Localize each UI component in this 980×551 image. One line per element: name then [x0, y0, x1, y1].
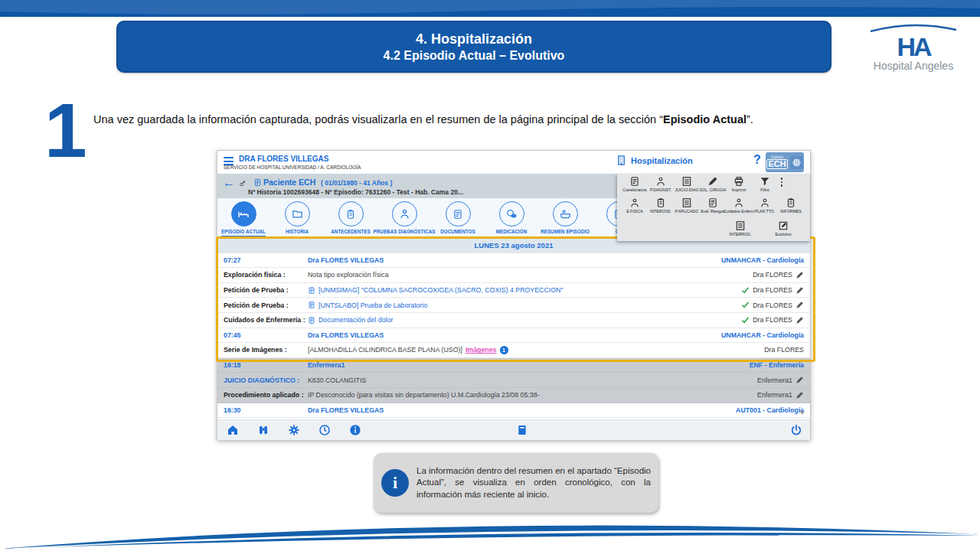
action-paplicado[interactable]: P.APLICADO — [674, 197, 700, 214]
signed-check-icon — [741, 301, 750, 309]
document-icon — [308, 286, 315, 295]
action-intercns[interactable]: INTERCNS. — [648, 197, 674, 214]
tab-pruebas-diagnosticas[interactable]: PRUEBAS DIAGNÓSTICAS — [375, 201, 433, 234]
action-cuestionarios[interactable]: Cuestionarios — [622, 176, 648, 192]
questionnaire-doc-icon — [629, 176, 640, 187]
instruction-text-before: Una vez guardada la información capturad… — [93, 113, 663, 126]
entry-by: Dra FLORES — [753, 316, 792, 324]
episodio-actual-icon — [237, 208, 250, 220]
actions-overlay-panel: Cuestionarios P.DIAGNST. JUICIO DIAG SOL… — [617, 174, 810, 241]
test-request-link[interactable]: [UNMSIMAG] "COLUMNA SACROCOXIGEA (SACRO,… — [318, 286, 564, 294]
power-icon[interactable] — [790, 424, 802, 436]
documentos-icon — [452, 209, 463, 220]
step-number: 1 — [44, 98, 87, 163]
instruction-text-after: ”. — [746, 113, 753, 126]
edit-pencil-icon[interactable] — [795, 286, 804, 295]
entry-author: Dra FLORES VILLEGAS — [308, 331, 721, 339]
settings-gear-icon[interactable] — [288, 424, 300, 436]
patient-name[interactable]: Paciente ECH — [263, 178, 315, 187]
action-evolutivo[interactable]: Evolutivo — [770, 220, 796, 236]
tab-documentos[interactable]: DOCUMENTOS — [429, 201, 487, 234]
action-informes[interactable]: INFORMES — [778, 197, 804, 214]
reports-icon — [786, 197, 796, 208]
tab-medicacion[interactable]: MEDICACIÓN — [482, 201, 541, 234]
module-title-group: Hospitalización — [616, 155, 693, 166]
entry-row-cuidados: Cuidados de Enfermería : Documentación d… — [217, 313, 810, 328]
male-gender-icon: ♂ — [238, 177, 247, 190]
entry-row-peticion-lab: Petición de Prueba : [UNTSLABO] Prueba d… — [217, 298, 810, 313]
more-options-icon[interactable] — [778, 176, 786, 187]
applied-procedure-icon — [681, 197, 692, 208]
document-icon — [308, 316, 315, 324]
app-toolbar — [217, 419, 810, 440]
document-icon — [308, 301, 315, 309]
edit-pencil-icon[interactable] — [795, 376, 804, 384]
home-icon[interactable] — [227, 424, 239, 436]
hospital-building-icon — [616, 155, 627, 166]
scroll-down-indicator[interactable]: ▼ — [799, 409, 805, 416]
signed-check-icon — [741, 286, 750, 295]
entry-by: Dra FLORES — [753, 271, 792, 279]
tab-episodio-actual[interactable]: EPISODIO ACTUAL — [214, 201, 273, 237]
edit-pencil-icon[interactable] — [795, 301, 804, 309]
action-sol-cirugia[interactable]: SOL. CIRUGIA — [700, 176, 726, 192]
edit-pencil-icon[interactable] — [795, 391, 804, 399]
entry-row-serie-imagenes: Serie de Imágenes : [ALMOHADILLA CILINDR… — [217, 343, 810, 358]
resumen-icon — [560, 208, 571, 220]
action-plan-tto[interactable]: PLAN TTO. — [752, 197, 778, 214]
archive-icon[interactable] — [516, 424, 528, 436]
patient-age: ( 01/01/1980 - 41 Años ) — [321, 179, 392, 187]
entry-by: Enfermera1 — [757, 391, 792, 399]
action-filtro[interactable]: Filtro — [752, 176, 778, 192]
action-efisica[interactable]: E.FISICA — [622, 197, 648, 214]
back-arrow-button[interactable]: ← — [223, 176, 235, 190]
printer-icon — [733, 176, 744, 187]
nursing-doc-link[interactable]: Documentación del dolor — [318, 316, 393, 324]
edit-pencil-icon[interactable] — [795, 316, 804, 324]
entry-group-row: 07:27 Dra FLORES VILLEGAS UNMAHCAR - Car… — [217, 253, 810, 269]
instruction-text-bold: Episodio Actual — [663, 113, 746, 126]
action-eval-riesgos[interactable]: Eval. Riesgos — [700, 197, 726, 214]
nursing-care-icon — [733, 197, 744, 208]
tab-antecedentes[interactable]: ANTECEDENTES — [322, 201, 380, 234]
entry-unit: ENF - Enfermería — [750, 361, 804, 369]
action-interrog[interactable]: INTERROG. — [727, 220, 753, 236]
action-cuidados-enferm[interactable]: Cuidados Enferm — [726, 197, 752, 214]
ech-logo[interactable]: ComúnECH — [766, 152, 804, 172]
search-binoculars-icon[interactable] — [257, 424, 270, 436]
entry-time: 07:27 — [224, 256, 308, 264]
patient-diagnosis-icon — [655, 176, 666, 187]
action-imprimir[interactable]: Imprimir — [726, 176, 752, 192]
evolutivo-edit-icon — [778, 220, 789, 231]
slide-title-line1: 4. Hospitalización — [118, 31, 830, 47]
user-name: DRA FLORES VILLEGAS — [239, 155, 328, 163]
help-button[interactable]: ? — [753, 153, 761, 167]
entry-time: 07:45 — [224, 331, 308, 339]
info-icon[interactable] — [349, 424, 361, 436]
imagenes-link[interactable]: Imágenes — [466, 346, 497, 354]
entry-author: Dra FLORES VILLEGAS — [308, 406, 736, 414]
judgement-doc-icon — [681, 176, 692, 187]
info-note-box: i La información dentro del resumen en e… — [374, 453, 658, 513]
tab-resumen-episodio[interactable]: RESUMEN EPISODIO — [536, 201, 594, 234]
app-window: DRA FLORES VILLEGAS SERVICIO DE HOSPITAL… — [217, 150, 811, 440]
entry-unit: UNMAHCAR - Cardiología — [721, 331, 804, 339]
action-juicio-diag[interactable]: JUICIO DIAG — [674, 176, 700, 192]
tab-historia[interactable]: HISTORIA — [268, 201, 326, 234]
user-unit: SERVICIO DE HOSPITAL UNIVERSIDAD / A. CA… — [224, 165, 361, 170]
entry-row-juicio: JUICIO DIAGNÓSTICO : K830 COLANGITIS Enf… — [217, 373, 810, 388]
physical-exam-icon — [629, 197, 640, 208]
entry-by: Enfermera1 — [757, 377, 792, 384]
lab-request-link[interactable]: [UNTSLABO] Prueba de Laboratorio — [318, 302, 427, 309]
action-pdiagnst[interactable]: P.DIAGNST. — [648, 176, 674, 192]
logo-initials: HA — [864, 35, 963, 58]
top-wave-decoration — [0, 0, 980, 17]
module-title: Hospitalización — [631, 156, 693, 165]
clock-icon[interactable] — [318, 424, 331, 436]
image-count-badge[interactable]: 1 — [500, 346, 508, 354]
edit-pencil-icon[interactable] — [795, 271, 804, 279]
signed-check-icon — [741, 316, 750, 324]
patient-doc-icon[interactable] — [253, 178, 262, 187]
historia-icon — [292, 208, 303, 220]
entry-author: Enfermera1 — [308, 361, 750, 369]
